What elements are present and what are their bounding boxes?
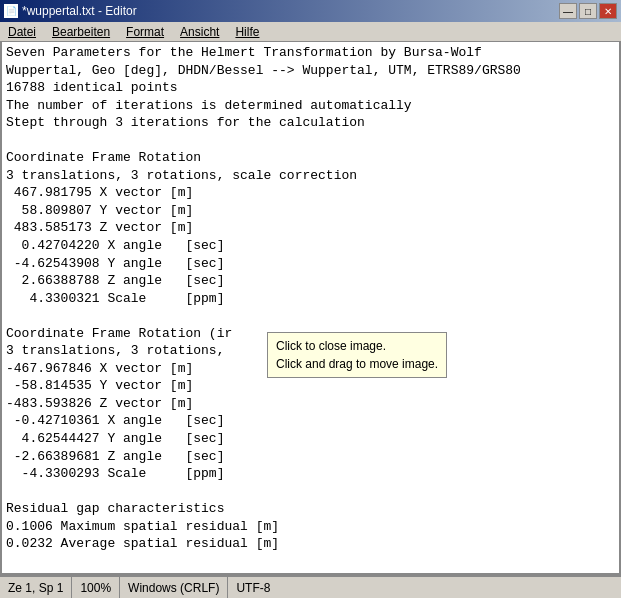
title-bar: 📄 *wuppertal.txt - Editor — □ ✕ — [0, 0, 621, 22]
tooltip-line2: Click and drag to move image. — [276, 355, 438, 373]
menu-ansicht[interactable]: Ansicht — [174, 24, 225, 40]
menu-format[interactable]: Format — [120, 24, 170, 40]
window-title: *wuppertal.txt - Editor — [22, 4, 137, 18]
title-controls[interactable]: — □ ✕ — [559, 3, 617, 19]
tooltip-line1: Click to close image. — [276, 337, 438, 355]
minimize-button[interactable]: — — [559, 3, 577, 19]
status-zoom: 100% — [72, 577, 120, 598]
text-content[interactable]: Seven Parameters for the Helmert Transfo… — [2, 42, 619, 553]
menu-datei[interactable]: Datei — [2, 24, 42, 40]
status-lineending: Windows (CRLF) — [120, 577, 228, 598]
status-encoding: UTF-8 — [228, 577, 278, 598]
maximize-button[interactable]: □ — [579, 3, 597, 19]
status-position: Ze 1, Sp 1 — [0, 577, 72, 598]
title-bar-left: 📄 *wuppertal.txt - Editor — [4, 4, 137, 18]
editor-window: Seven Parameters for the Helmert Transfo… — [0, 42, 621, 575]
menu-hilfe[interactable]: Hilfe — [229, 24, 265, 40]
menu-bearbeiten[interactable]: Bearbeiten — [46, 24, 116, 40]
close-button[interactable]: ✕ — [599, 3, 617, 19]
menu-bar: Datei Bearbeiten Format Ansicht Hilfe — [0, 22, 621, 42]
tooltip: Click to close image. Click and drag to … — [267, 332, 447, 378]
status-bar: Ze 1, Sp 1 100% Windows (CRLF) UTF-8 — [0, 575, 621, 598]
app-icon: 📄 — [4, 4, 18, 18]
